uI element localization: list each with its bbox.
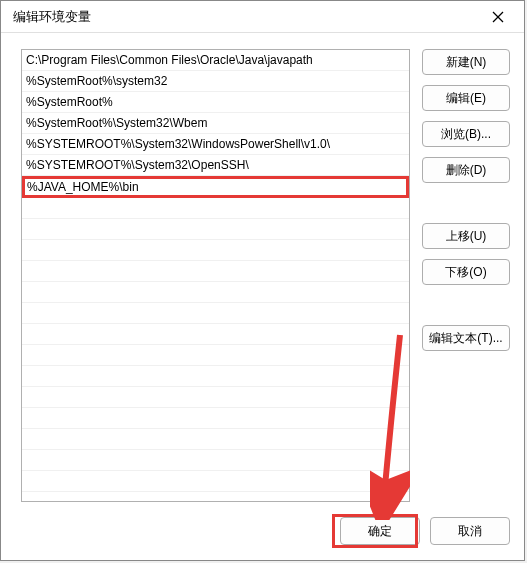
- move-down-button[interactable]: 下移(O): [422, 259, 510, 285]
- list-item[interactable]: C:\Program Files\Common Files\Oracle\Jav…: [22, 50, 409, 71]
- list-item[interactable]: [22, 282, 409, 303]
- list-item[interactable]: [22, 345, 409, 366]
- window-title: 编辑环境变量: [13, 8, 91, 26]
- list-item[interactable]: %SYSTEMROOT%\System32\WindowsPowerShell\…: [22, 134, 409, 155]
- list-item[interactable]: %JAVA_HOME%\bin: [22, 176, 409, 198]
- list-item[interactable]: [22, 324, 409, 345]
- list-item[interactable]: [22, 366, 409, 387]
- titlebar: 编辑环境变量: [1, 1, 524, 33]
- list-item[interactable]: [22, 408, 409, 429]
- list-item[interactable]: [22, 450, 409, 471]
- list-item[interactable]: [22, 240, 409, 261]
- close-icon: [492, 11, 504, 23]
- dialog-window: 编辑环境变量 C:\Program Files\Common Files\Ora…: [0, 0, 525, 561]
- delete-button[interactable]: 删除(D): [422, 157, 510, 183]
- footer: 确定 取消: [1, 512, 524, 560]
- list-item[interactable]: [22, 198, 409, 219]
- move-up-button[interactable]: 上移(U): [422, 223, 510, 249]
- path-listbox[interactable]: C:\Program Files\Common Files\Oracle\Jav…: [21, 49, 410, 502]
- list-item[interactable]: %SYSTEMROOT%\System32\OpenSSH\: [22, 155, 409, 176]
- browse-button[interactable]: 浏览(B)...: [422, 121, 510, 147]
- list-item[interactable]: [22, 429, 409, 450]
- ok-button[interactable]: 确定: [340, 517, 420, 545]
- edit-button[interactable]: 编辑(E): [422, 85, 510, 111]
- side-buttons: 新建(N) 编辑(E) 浏览(B)... 删除(D) 上移(U) 下移(O) 编…: [422, 49, 510, 502]
- new-button[interactable]: 新建(N): [422, 49, 510, 75]
- list-item[interactable]: [22, 261, 409, 282]
- list-item[interactable]: [22, 219, 409, 240]
- list-item[interactable]: [22, 303, 409, 324]
- close-button[interactable]: [480, 3, 516, 31]
- list-item[interactable]: [22, 471, 409, 492]
- edit-text-button[interactable]: 编辑文本(T)...: [422, 325, 510, 351]
- content-area: C:\Program Files\Common Files\Oracle\Jav…: [1, 33, 524, 512]
- list-item[interactable]: %SystemRoot%: [22, 92, 409, 113]
- list-item[interactable]: %SystemRoot%\System32\Wbem: [22, 113, 409, 134]
- cancel-button[interactable]: 取消: [430, 517, 510, 545]
- list-item[interactable]: %SystemRoot%\system32: [22, 71, 409, 92]
- list-item[interactable]: [22, 387, 409, 408]
